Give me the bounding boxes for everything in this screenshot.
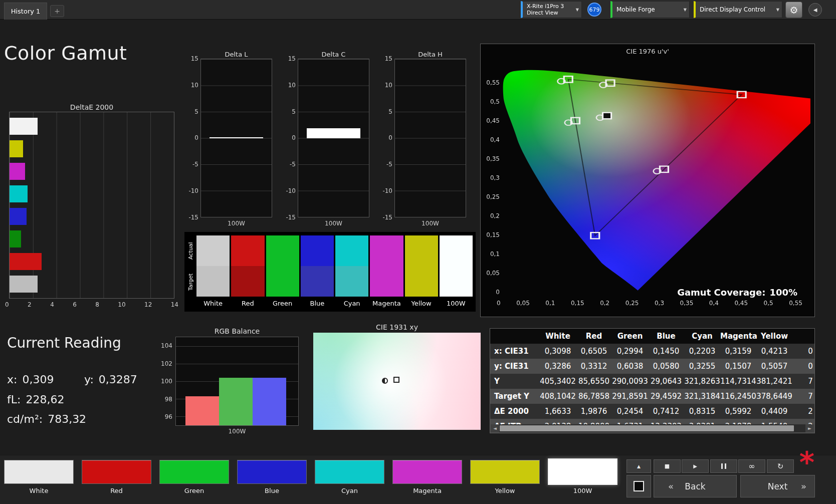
ytick: 10 — [288, 82, 296, 89]
ytick: -15 — [382, 214, 392, 221]
cie1976-y-axis-labels: 0,550,50,450,40,350,30,250,20,150,10,050 — [483, 79, 500, 296]
target-row-label: Target — [185, 267, 195, 297]
deltae-chart-title: DeltaE 2000 — [9, 103, 174, 111]
table-row-x-cie31: x: CIE31 0,30980,65050,29940,14500,22030… — [490, 344, 814, 359]
ytick: 0 — [496, 289, 500, 296]
target-swatch — [405, 266, 438, 297]
plot-area — [394, 59, 466, 217]
reading-y: y:0,3287 — [84, 373, 137, 386]
cie1931-marker-target-white — [393, 377, 399, 383]
deltae-row-100w — [10, 275, 174, 294]
patch-button-cyan[interactable] — [315, 460, 384, 484]
chevron-up-icon: ▲ — [637, 464, 641, 469]
target-swatch — [301, 266, 334, 297]
xtick: 0,35 — [680, 300, 694, 307]
cie1931-title: CIE 1931 xy — [313, 323, 481, 331]
gamut-coverage-label: Gamut Coverage: — [677, 287, 765, 298]
settings-button[interactable]: ⚙ — [785, 2, 802, 18]
tcell: 291,8591 — [612, 392, 648, 401]
tcell: 85,6550 — [576, 377, 612, 386]
tcell: 0,5992 — [720, 407, 756, 416]
row-label: y: CIE31 — [490, 362, 540, 371]
chart-title: Delta H — [394, 51, 466, 58]
app-window: History 1 + X-Rite i1Pro 3 Direct View ▼… — [0, 0, 836, 504]
deltae-row-yellow — [10, 139, 174, 158]
ytick: 0,35 — [486, 155, 500, 162]
patch-button-yellow[interactable] — [470, 460, 540, 484]
row-values: 405,340285,6550290,009329,0643321,826311… — [540, 377, 815, 386]
patch-button-magenta[interactable] — [392, 460, 462, 484]
patch-button-blue[interactable] — [237, 460, 307, 484]
tcell: 1,6633 — [540, 407, 576, 416]
xtick: 0,45 — [734, 300, 748, 307]
xtick: 14 — [171, 301, 178, 308]
tcell: 7 — [792, 392, 815, 401]
ytick: 0,5 — [490, 98, 500, 105]
refresh-button[interactable]: ↻ — [767, 459, 794, 473]
patch-label: White — [4, 487, 74, 494]
infinity-icon: ∞ — [748, 461, 755, 471]
scrollbar-thumb[interactable] — [500, 425, 794, 431]
collapse-panel-button[interactable]: ◀ — [808, 3, 822, 17]
reading-x: x:0,309 — [7, 373, 54, 386]
stop-button[interactable]: ■ — [654, 459, 681, 473]
ytick: 0,3 — [490, 174, 500, 181]
tcell: 0,3159 — [720, 347, 756, 356]
rgb-balance-title: RGB Balance — [175, 327, 299, 335]
display-control-dropdown[interactable]: Direct Display Control ▼ — [694, 1, 782, 18]
xtick: 8 — [95, 301, 99, 308]
history-tab[interactable]: History 1 — [4, 3, 47, 20]
tcell: 2 — [792, 407, 815, 416]
patch-button-red[interactable] — [82, 460, 151, 484]
pattern-window-button[interactable] — [626, 475, 651, 497]
play-button[interactable]: ▶ — [682, 459, 709, 473]
table-row-target-y: Target Y 408,104286,7858291,859129,45923… — [490, 389, 814, 404]
source-dropdown[interactable]: Mobile Forge ▼ — [610, 1, 690, 18]
reading-cd-label: cd/m²: — [7, 413, 43, 425]
next-label: Next — [768, 481, 788, 491]
swatch-column-red: Red — [231, 235, 264, 310]
patch-button-green[interactable] — [159, 460, 229, 484]
xtick: 0,55 — [789, 300, 802, 307]
next-button[interactable]: Next » — [740, 475, 815, 497]
reading-cd: cd/m²:783,32 — [7, 413, 86, 425]
table-horizontal-scrollbar[interactable]: ◄ ► — [491, 424, 814, 432]
ytick: 96 — [165, 413, 172, 420]
scroll-left-arrow[interactable]: ◄ — [491, 424, 499, 432]
swatch-column-100w: 100W — [440, 235, 473, 310]
deltae-bar — [18, 118, 38, 135]
patch-button-white[interactable] — [4, 460, 74, 484]
y-axis-labels: 151050-5-10-15 — [282, 55, 296, 221]
meter-dropdown[interactable]: X-Rite i1Pro 3 Direct View ▼ — [521, 1, 582, 18]
x-axis-label: 100W — [394, 220, 466, 227]
scroll-right-arrow[interactable]: ► — [805, 424, 814, 432]
add-tab-button[interactable]: + — [50, 5, 64, 17]
row-label: ΔE 2000 — [490, 407, 540, 416]
plot-area — [200, 59, 272, 217]
rgb-bar-red — [185, 396, 219, 425]
patch-button-100w[interactable] — [548, 458, 617, 485]
continuous-measure-button[interactable]: ∞ — [738, 459, 765, 473]
ytick: -5 — [290, 161, 296, 168]
measure-asterisk-button[interactable]: * — [796, 450, 818, 475]
back-button[interactable]: « Back — [654, 475, 737, 497]
deltae-bar — [18, 185, 28, 202]
reading-y-label: y: — [84, 373, 94, 386]
deltae-swatch — [10, 230, 18, 247]
ytick: 10 — [191, 82, 198, 89]
actual-swatch — [440, 235, 473, 266]
pause-button[interactable] — [710, 459, 737, 473]
ytick: 15 — [288, 55, 296, 62]
rgb-balance-y-axis-labels: 1041021009896 — [155, 342, 172, 420]
patch-label: Cyan — [315, 487, 384, 494]
tcol: Magenta — [720, 332, 756, 341]
target-swatch — [335, 266, 368, 297]
tcell: 0,1507 — [720, 362, 756, 371]
target-swatch — [440, 266, 473, 297]
gamut-coverage: Gamut Coverage:100% — [677, 287, 797, 298]
table-column-headers: WhiteRedGreenBlueCyanMagentaYellow — [540, 332, 815, 341]
double-chevron-right-icon: » — [801, 481, 806, 491]
scroll-up-button[interactable]: ▲ — [626, 459, 651, 473]
tcell: 0,8315 — [684, 407, 720, 416]
cie1931-chart — [313, 333, 481, 430]
